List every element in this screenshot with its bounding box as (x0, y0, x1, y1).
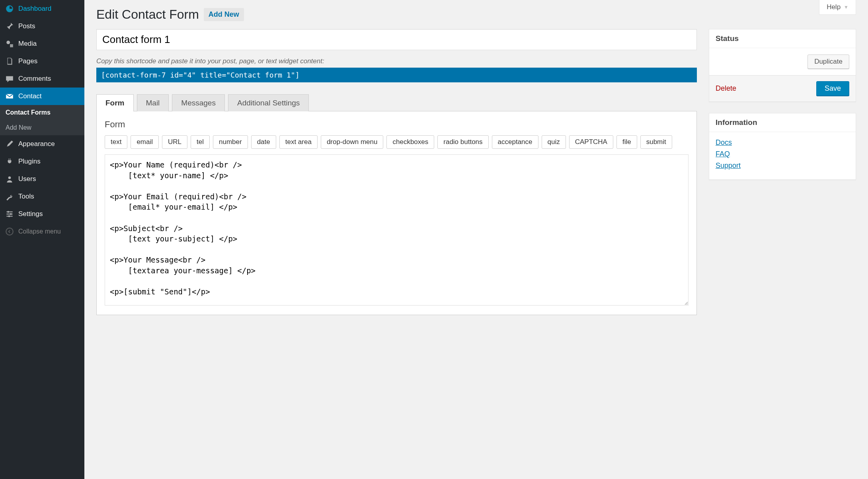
sidebar-item-label: Comments (18, 75, 51, 83)
tag-button-text-area[interactable]: text area (279, 135, 318, 149)
delete-link[interactable]: Delete (716, 84, 736, 93)
sidebar-submenu: Contact Forms Add New (0, 105, 84, 135)
tab-messages[interactable]: Messages (172, 94, 225, 111)
svg-point-0 (6, 41, 10, 44)
wrench-icon (5, 192, 14, 201)
main-content: Help ▼ Edit Contact Form Add New Copy th… (84, 0, 868, 479)
info-link-docs[interactable]: Docs (716, 138, 849, 147)
editor-tabs: Form Mail Messages Additional Settings (96, 94, 697, 111)
duplicate-button[interactable]: Duplicate (808, 55, 849, 69)
pin-icon (5, 21, 14, 31)
brush-icon (5, 139, 14, 149)
tag-button-email[interactable]: email (131, 135, 159, 149)
comment-icon (5, 74, 14, 84)
add-new-button[interactable]: Add New (204, 8, 244, 21)
tag-button-acceptance[interactable]: acceptance (492, 135, 538, 149)
sidebar-item-label: Contact (18, 92, 42, 100)
status-heading: Status (709, 29, 856, 48)
svg-point-5 (6, 228, 13, 235)
sidebar-item-label: Media (18, 40, 37, 48)
svg-point-1 (8, 176, 11, 179)
shortcode-field[interactable]: [contact-form-7 id="4" title="Contact fo… (96, 68, 697, 82)
plug-icon (5, 157, 14, 166)
sidebar-item-label: Plugins (18, 158, 41, 166)
sidebar-item-posts[interactable]: Posts (0, 18, 84, 35)
tag-button-file[interactable]: file (616, 135, 637, 149)
tab-mail[interactable]: Mail (137, 94, 169, 111)
collapse-icon (5, 227, 14, 236)
form-title-input[interactable] (96, 29, 697, 50)
sidebar-item-label: Posts (18, 22, 35, 30)
sidebar-item-label: Appearance (18, 140, 55, 148)
tag-button-tel[interactable]: tel (191, 135, 210, 149)
mail-icon (5, 92, 14, 101)
tag-button-radio-buttons[interactable]: radio buttons (437, 135, 488, 149)
save-button[interactable]: Save (816, 81, 849, 96)
help-tab[interactable]: Help ▼ (819, 0, 856, 15)
tag-button-submit[interactable]: submit (640, 135, 672, 149)
sidebar-item-plugins[interactable]: Plugins (0, 153, 84, 170)
info-link-faq[interactable]: FAQ (716, 150, 849, 158)
sidebar-item-dashboard[interactable]: Dashboard (0, 0, 84, 18)
sidebar-item-media[interactable]: Media (0, 35, 84, 53)
tag-button-CAPTCHA[interactable]: CAPTCHA (569, 135, 613, 149)
chevron-down-icon: ▼ (844, 4, 848, 10)
sidebar-item-users[interactable]: Users (0, 170, 84, 188)
tag-buttons-row: textemailURLtelnumberdatetext areadrop-d… (105, 135, 689, 149)
svg-point-3 (10, 213, 12, 215)
panel-heading: Form (105, 119, 689, 130)
sidebar-item-label: Tools (18, 193, 34, 201)
dashboard-icon (5, 4, 14, 14)
shortcode-hint: Copy this shortcode and paste it into yo… (96, 57, 697, 65)
tab-form[interactable]: Form (96, 94, 134, 111)
sidebar-item-comments[interactable]: Comments (0, 70, 84, 88)
sidebar-item-pages[interactable]: Pages (0, 53, 84, 70)
tag-button-drop-down-menu[interactable]: drop-down menu (321, 135, 384, 149)
tag-button-text[interactable]: text (105, 135, 127, 149)
tab-additional-settings[interactable]: Additional Settings (228, 94, 309, 111)
submenu-add-new[interactable]: Add New (0, 120, 84, 135)
svg-point-2 (8, 211, 9, 212)
user-icon (5, 174, 14, 184)
sidebar-item-appearance[interactable]: Appearance (0, 135, 84, 153)
tag-button-URL[interactable]: URL (162, 135, 187, 149)
info-link-support[interactable]: Support (716, 162, 849, 170)
help-label: Help (827, 3, 841, 11)
sidebar-item-contact[interactable]: Contact (0, 88, 84, 105)
information-heading: Information (709, 113, 856, 132)
admin-sidebar: Dashboard Posts Media Pages Comments Con… (0, 0, 84, 479)
submenu-contact-forms[interactable]: Contact Forms (0, 105, 84, 120)
information-box: Information DocsFAQSupport (709, 113, 856, 180)
sidebar-item-label: Settings (18, 210, 43, 218)
tag-button-quiz[interactable]: quiz (542, 135, 566, 149)
form-body-textarea[interactable] (105, 154, 689, 306)
status-box: Status Duplicate Delete Save (709, 29, 856, 102)
sliders-icon (5, 209, 14, 219)
collapse-label: Collapse menu (18, 228, 61, 235)
sidebar-item-label: Users (18, 175, 36, 183)
tag-button-checkboxes[interactable]: checkboxes (386, 135, 434, 149)
page-title: Edit Contact Form (96, 7, 199, 22)
page-icon (5, 56, 14, 66)
collapse-menu[interactable]: Collapse menu (0, 223, 84, 240)
tag-button-number[interactable]: number (213, 135, 248, 149)
page-header: Edit Contact Form Add New (96, 0, 856, 22)
sidebar-item-settings[interactable]: Settings (0, 205, 84, 223)
tag-button-date[interactable]: date (251, 135, 276, 149)
sidebar-item-label: Dashboard (18, 5, 51, 13)
sidebar-item-label: Pages (18, 57, 37, 65)
svg-point-4 (8, 215, 10, 217)
sidebar-item-tools[interactable]: Tools (0, 188, 84, 205)
form-panel: Form textemailURLtelnumberdatetext aread… (96, 111, 697, 315)
media-icon (5, 39, 14, 49)
